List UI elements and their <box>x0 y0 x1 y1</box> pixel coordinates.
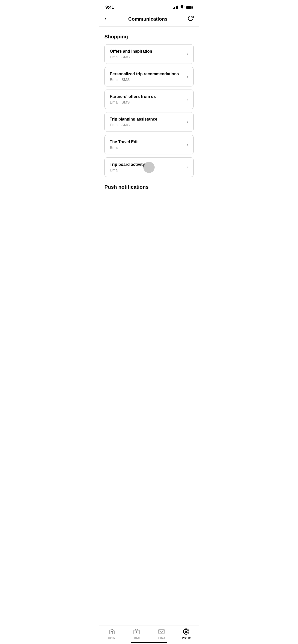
trip-board-subtitle: Email <box>110 168 184 172</box>
offers-inspiration-text: Offers and inspiration Email, SMS <box>110 49 184 59</box>
chevron-right-icon: › <box>187 165 188 170</box>
shopping-section-title: Shopping <box>104 34 194 40</box>
signal-bars-icon <box>173 6 178 9</box>
chevron-right-icon: › <box>187 97 188 102</box>
partners-offers-subtitle: Email, SMS <box>110 100 184 104</box>
page-title: Communications <box>128 16 168 22</box>
trip-planning-subtitle: Email, SMS <box>110 123 184 127</box>
offers-inspiration-subtitle: Email, SMS <box>110 55 184 59</box>
personalized-trip-item[interactable]: Personalized trip recommendations Email,… <box>104 67 194 86</box>
partners-offers-text: Partners' offers from us Email, SMS <box>110 94 184 104</box>
chevron-right-icon: › <box>187 142 188 147</box>
personalized-trip-text: Personalized trip recommendations Email,… <box>110 72 184 82</box>
trip-planning-text: Trip planning assistance Email, SMS <box>110 117 184 127</box>
trip-planning-title: Trip planning assistance <box>110 117 184 122</box>
shopping-settings-list: Offers and inspiration Email, SMS › Pers… <box>104 44 194 177</box>
chevron-right-icon: › <box>187 74 188 79</box>
trip-board-item[interactable]: Trip board activity Email › <box>104 157 194 177</box>
partners-offers-title: Partners' offers from us <box>110 94 184 99</box>
personalized-trip-subtitle: Email, SMS <box>110 77 184 82</box>
back-button[interactable]: ‹ <box>104 15 108 23</box>
main-content: Shopping Offers and inspiration Email, S… <box>99 27 199 215</box>
shopping-section: Shopping Offers and inspiration Email, S… <box>104 34 194 177</box>
chevron-right-icon: › <box>187 51 188 57</box>
status-icons <box>173 5 193 10</box>
wifi-icon <box>180 5 184 10</box>
offers-inspiration-item[interactable]: Offers and inspiration Email, SMS › <box>104 44 194 64</box>
push-notifications-section: Push notifications <box>104 184 194 190</box>
offers-inspiration-title: Offers and inspiration <box>110 49 184 54</box>
refresh-button[interactable] <box>187 15 194 23</box>
status-time: 9:41 <box>105 5 114 10</box>
trip-board-title: Trip board activity <box>110 162 184 167</box>
travel-edit-title: The Travel Edit <box>110 140 184 144</box>
travel-edit-text: The Travel Edit Email <box>110 140 184 150</box>
chevron-right-icon: › <box>187 119 188 125</box>
push-notifications-title: Push notifications <box>104 184 194 190</box>
trip-board-text: Trip board activity Email <box>110 162 184 172</box>
svg-point-0 <box>182 8 182 9</box>
status-bar: 9:41 <box>99 0 199 13</box>
battery-icon <box>186 6 193 9</box>
nav-header: ‹ Communications <box>99 13 199 27</box>
trip-planning-item[interactable]: Trip planning assistance Email, SMS › <box>104 112 194 132</box>
travel-edit-subtitle: Email <box>110 145 184 150</box>
personalized-trip-title: Personalized trip recommendations <box>110 72 184 76</box>
travel-edit-item[interactable]: The Travel Edit Email › <box>104 135 194 154</box>
partners-offers-item[interactable]: Partners' offers from us Email, SMS › <box>104 90 194 109</box>
